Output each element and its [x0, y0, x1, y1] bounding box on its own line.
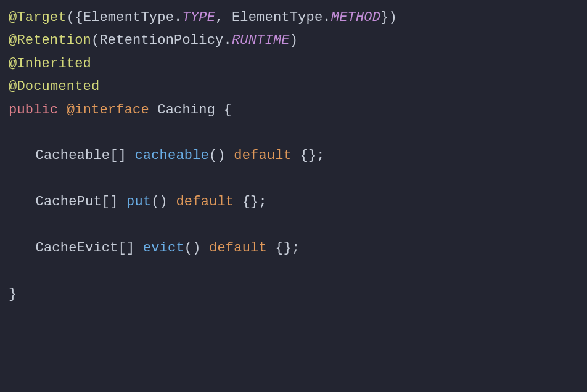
punct: ): [290, 33, 298, 48]
code-block: @Target({ElementType.TYPE, ElementType.M…: [9, 6, 578, 306]
space: [149, 102, 157, 118]
method-put: put: [126, 194, 151, 210]
dot: .: [223, 33, 231, 48]
type-caching: Caching: [157, 102, 215, 118]
blank-line: [9, 214, 578, 237]
array-brackets: []: [102, 194, 126, 210]
blank-line: [9, 121, 578, 144]
type-elementtype: ElementType: [83, 10, 174, 25]
code-line-1: @Target({ElementType.TYPE, ElementType.M…: [9, 6, 578, 29]
dot: .: [322, 10, 330, 25]
code-line-11: CacheEvict[] evict() default {};: [9, 237, 578, 259]
code-line-4: @Documented: [9, 75, 578, 98]
annotation-documented: @Documented: [9, 79, 99, 94]
type-elementtype-2: ElementType: [232, 10, 322, 25]
space: [58, 102, 66, 118]
type-retentionpolicy: RetentionPolicy: [99, 33, 223, 48]
code-line-3: @Inherited: [9, 52, 578, 75]
punct: (): [184, 240, 209, 256]
annotation-retention: @Retention: [9, 33, 91, 48]
code-line-13: }: [9, 283, 578, 306]
keyword-interface: @interface: [67, 102, 149, 118]
punct: ({: [67, 10, 83, 25]
type-cacheevict: CacheEvict: [36, 240, 118, 256]
type-cacheable: Cacheable: [36, 148, 110, 163]
punct: {};: [292, 148, 325, 163]
punct: {};: [267, 240, 300, 256]
type-cacheput: CachePut: [36, 194, 102, 210]
keyword-default: default: [176, 194, 234, 210]
open-brace: {: [224, 102, 232, 118]
method-cacheable: cacheable: [134, 148, 209, 163]
array-brackets: []: [118, 240, 143, 256]
blank-line: [9, 168, 578, 190]
keyword-default: default: [234, 148, 292, 163]
code-line-5: public @interface Caching {: [9, 99, 578, 121]
comma: ,: [215, 10, 232, 25]
close-brace: }: [9, 287, 17, 302]
enum-type: TYPE: [182, 10, 215, 25]
annotation-inherited: @Inherited: [9, 56, 91, 71]
space: [215, 102, 223, 118]
keyword-public: public: [9, 102, 58, 118]
enum-runtime: RUNTIME: [232, 33, 290, 48]
punct: {};: [234, 194, 267, 210]
code-line-7: Cacheable[] cacheable() default {};: [9, 144, 578, 167]
punct: (: [91, 33, 99, 48]
array-brackets: []: [110, 148, 134, 163]
enum-method: METHOD: [331, 10, 380, 25]
blank-line: [9, 259, 578, 282]
punct: (): [209, 148, 234, 163]
dot: .: [174, 10, 182, 25]
punct: }): [380, 10, 397, 25]
method-evict: evict: [143, 240, 184, 256]
punct: (): [151, 194, 176, 210]
code-line-9: CachePut[] put() default {};: [9, 190, 578, 213]
keyword-default: default: [209, 240, 267, 256]
code-line-2: @Retention(RetentionPolicy.RUNTIME): [9, 29, 578, 52]
annotation-target: @Target: [9, 10, 67, 25]
